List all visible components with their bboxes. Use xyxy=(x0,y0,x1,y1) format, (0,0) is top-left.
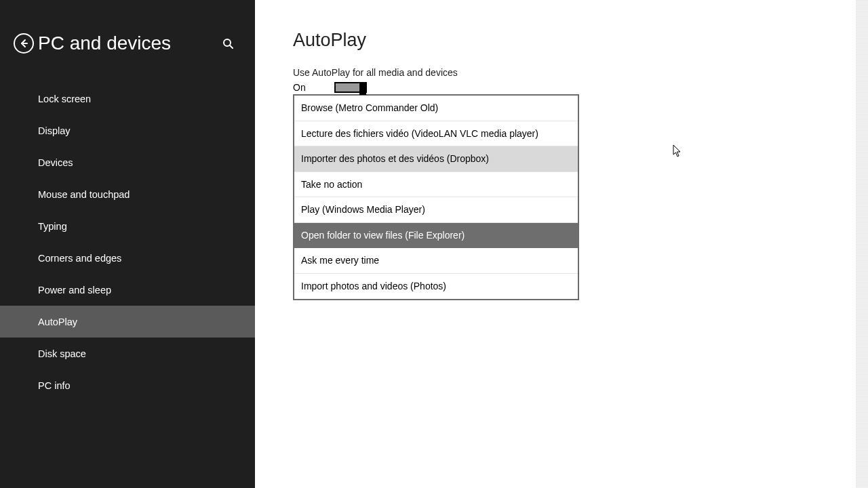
sidebar-item-label: Devices xyxy=(38,157,73,168)
right-edge-scrollbar xyxy=(856,0,868,488)
dropdown-option[interactable]: Lecture des fichiers vidéo (VideoLAN VLC… xyxy=(294,121,578,147)
dropdown-option[interactable]: Import photos and videos (Photos) xyxy=(294,274,578,300)
dropdown-option[interactable]: Play (Windows Media Player) xyxy=(294,197,578,223)
cursor-icon xyxy=(673,144,682,158)
toggle-state-text: On xyxy=(293,82,306,93)
autoplay-toggle-row: On xyxy=(293,82,868,93)
toggle-knob xyxy=(359,83,366,95)
sidebar-header: PC and devices xyxy=(0,0,255,73)
sidebar-list: Lock screen Display Devices Mouse and to… xyxy=(0,73,255,401)
svg-line-2 xyxy=(230,45,233,48)
sidebar-item-label: Lock screen xyxy=(38,94,91,104)
dropdown-option[interactable]: Ask me every time xyxy=(294,248,578,274)
sidebar-item-corners-edges[interactable]: Corners and edges xyxy=(0,242,255,274)
search-icon xyxy=(222,38,233,49)
dropdown-option[interactable]: Browse (Metro Commander Old) xyxy=(294,96,578,121)
sidebar-item-power-sleep[interactable]: Power and sleep xyxy=(0,274,255,306)
sidebar-item-autoplay[interactable]: AutoPlay xyxy=(0,306,255,338)
autoplay-toggle-label: Use AutoPlay for all media and devices xyxy=(293,67,868,78)
back-button[interactable] xyxy=(14,33,34,54)
sidebar-item-disk-space[interactable]: Disk space xyxy=(0,338,255,369)
dropdown-option-label: Play (Windows Media Player) xyxy=(301,204,425,215)
sidebar-item-label: Typing xyxy=(38,221,67,232)
dropdown-option[interactable]: Take no action xyxy=(294,172,578,198)
search-button[interactable] xyxy=(221,37,235,50)
dropdown-option-label: Importer des photos et des vidéos (Dropb… xyxy=(301,153,489,164)
sidebar-item-display[interactable]: Display xyxy=(0,115,255,146)
dropdown-option-label: Open folder to view files (File Explorer… xyxy=(301,230,465,241)
sidebar-item-label: AutoPlay xyxy=(38,317,77,327)
sidebar: PC and devices Lock screen Display Devic… xyxy=(0,0,255,488)
dropdown-option-label: Browse (Metro Commander Old) xyxy=(301,102,438,113)
sidebar-title: PC and devices xyxy=(38,33,221,54)
sidebar-item-label: Power and sleep xyxy=(38,285,111,296)
sidebar-item-label: Mouse and touchpad xyxy=(38,189,130,200)
dropdown-option[interactable]: Open folder to view files (File Explorer… xyxy=(294,223,578,249)
page-title: AutoPlay xyxy=(293,30,868,51)
dropdown-option-label: Import photos and videos (Photos) xyxy=(301,281,446,291)
sidebar-item-label: Disk space xyxy=(38,348,86,359)
dropdown-option-label: Ask me every time xyxy=(301,255,379,266)
sidebar-item-lock-screen[interactable]: Lock screen xyxy=(0,83,255,115)
dropdown-option-label: Take no action xyxy=(301,179,362,190)
sidebar-item-mouse-touchpad[interactable]: Mouse and touchpad xyxy=(0,178,255,210)
sidebar-item-devices[interactable]: Devices xyxy=(0,146,255,178)
main-content: AutoPlay Use AutoPlay for all media and … xyxy=(255,0,868,488)
sidebar-item-label: Display xyxy=(38,125,71,136)
dropdown-option-label: Lecture des fichiers vidéo (VideoLAN VLC… xyxy=(301,128,538,139)
arrow-left-icon xyxy=(19,39,28,48)
sidebar-item-pc-info[interactable]: PC info xyxy=(0,369,255,401)
dropdown-option[interactable]: Importer des photos et des vidéos (Dropb… xyxy=(294,146,578,172)
sidebar-item-label: PC info xyxy=(38,380,71,391)
autoplay-action-dropdown[interactable]: Browse (Metro Commander Old) Lecture des… xyxy=(293,94,579,300)
sidebar-item-typing[interactable]: Typing xyxy=(0,210,255,242)
sidebar-item-label: Corners and edges xyxy=(38,253,121,264)
autoplay-toggle[interactable] xyxy=(334,82,367,93)
